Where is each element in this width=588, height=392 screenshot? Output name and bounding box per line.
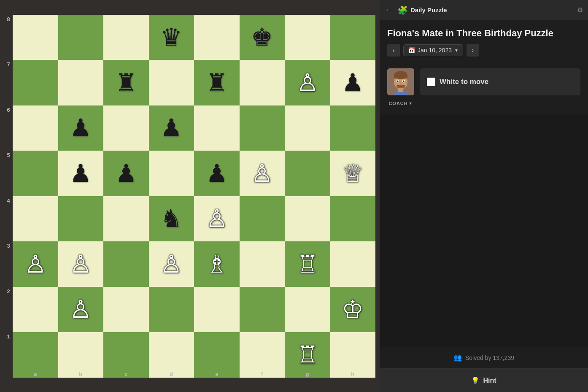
file-b: b — [58, 370, 104, 378]
square-h5[interactable]: ♕ — [330, 151, 376, 196]
file-e: e — [194, 370, 240, 378]
svg-rect-5 — [394, 75, 407, 78]
square-f4[interactable] — [240, 196, 285, 242]
square-b6[interactable]: ♟ — [58, 105, 104, 151]
square-a7[interactable] — [13, 60, 58, 105]
square-e4[interactable]: ♙ — [194, 196, 240, 242]
date-value: Jan 10, 2023 — [418, 47, 452, 54]
right-panel: ⚙ ← 🧩 Daily Puzzle Fiona's Mate in Three… — [380, 0, 588, 392]
piece-white-queen-h5[interactable]: ♕ — [342, 161, 364, 186]
next-date-button[interactable]: › — [467, 44, 479, 57]
piece-white-king-h2[interactable]: ♔ — [342, 297, 364, 322]
piece-white-pawn-d3[interactable]: ♙ — [160, 252, 182, 276]
square-a6[interactable] — [13, 105, 58, 151]
settings-icon[interactable]: ⚙ — [577, 6, 583, 14]
chess-board[interactable]: ♛ ♚ ♜ ♜ — [13, 15, 375, 378]
square-f7[interactable] — [240, 60, 285, 105]
rank-1: 1 — [4, 332, 13, 378]
piece-black-knight-d4[interactable]: ♞ — [160, 206, 182, 231]
piece-white-pawn-b3[interactable]: ♙ — [70, 252, 92, 276]
square-b3[interactable]: ♙ — [58, 241, 104, 287]
piece-white-pawn-g7[interactable]: ♙ — [297, 70, 318, 95]
square-b4[interactable] — [58, 196, 104, 242]
piece-black-pawn-h7[interactable]: ♟ — [342, 70, 364, 95]
piece-white-bishop-e3[interactable]: ♗ — [206, 252, 228, 276]
piece-white-pawn-b2[interactable]: ♙ — [70, 297, 92, 322]
square-d5[interactable] — [149, 151, 194, 196]
square-e8[interactable] — [194, 15, 240, 60]
back-button[interactable]: ← — [385, 5, 392, 14]
piece-black-queen-d8[interactable]: ♛ — [160, 25, 182, 49]
square-c2[interactable] — [103, 287, 149, 333]
square-e2[interactable] — [194, 287, 240, 333]
piece-black-pawn-e5[interactable]: ♟ — [206, 161, 228, 186]
square-g2[interactable] — [285, 287, 330, 333]
square-h7[interactable]: ♟ — [330, 60, 376, 105]
square-h8[interactable] — [330, 15, 376, 60]
square-f8[interactable]: ♚ — [240, 15, 285, 60]
square-h3[interactable] — [330, 241, 376, 287]
square-b5[interactable]: ♟ — [58, 151, 104, 196]
hint-button[interactable]: 💡 Hint — [380, 368, 588, 392]
square-c5[interactable]: ♟ — [103, 151, 149, 196]
piece-black-rook-e7[interactable]: ♜ — [206, 70, 228, 95]
square-d3[interactable]: ♙ — [149, 241, 194, 287]
square-e6[interactable] — [194, 105, 240, 151]
date-selector[interactable]: 📅 Jan 10, 2023 ▼ — [403, 44, 463, 56]
square-e7[interactable]: ♜ — [194, 60, 240, 105]
coach-avatar[interactable] — [387, 68, 414, 95]
square-b7[interactable] — [58, 60, 104, 105]
rank-labels: 8 7 6 5 4 3 2 1 — [4, 15, 13, 378]
square-g7[interactable]: ♙ — [285, 60, 330, 105]
square-g4[interactable] — [285, 196, 330, 242]
svg-rect-11 — [396, 85, 405, 88]
square-b2[interactable]: ♙ — [58, 287, 104, 333]
square-a2[interactable] — [13, 287, 58, 333]
square-d8[interactable]: ♛ — [149, 15, 194, 60]
square-f3[interactable] — [240, 241, 285, 287]
square-c3[interactable] — [103, 241, 149, 287]
square-f6[interactable] — [240, 105, 285, 151]
piece-white-rook-g3[interactable]: ♖ — [297, 252, 318, 276]
piece-black-pawn-b6[interactable]: ♟ — [70, 116, 92, 140]
piece-black-king-f8[interactable]: ♚ — [251, 25, 273, 49]
piece-white-pawn-e4[interactable]: ♙ — [206, 206, 228, 231]
prev-date-button[interactable]: ‹ — [387, 44, 400, 57]
square-h4[interactable] — [330, 196, 376, 242]
panel-title: Daily Puzzle — [410, 6, 447, 14]
square-a3[interactable]: ♙ — [13, 241, 58, 287]
square-e5[interactable]: ♟ — [194, 151, 240, 196]
coach-button[interactable]: COACH ▼ — [394, 97, 407, 110]
square-g6[interactable] — [285, 105, 330, 151]
piece-white-pawn-a3[interactable]: ♙ — [24, 252, 46, 276]
square-g3[interactable]: ♖ — [285, 241, 330, 287]
square-c7[interactable]: ♜ — [103, 60, 149, 105]
piece-black-pawn-c5[interactable]: ♟ — [115, 161, 137, 186]
square-h6[interactable] — [330, 105, 376, 151]
piece-black-pawn-d6[interactable]: ♟ — [160, 116, 182, 140]
square-d4[interactable]: ♞ — [149, 196, 194, 242]
square-b8[interactable] — [58, 15, 104, 60]
square-f2[interactable] — [240, 287, 285, 333]
square-d7[interactable] — [149, 60, 194, 105]
square-c4[interactable] — [103, 196, 149, 242]
square-a8[interactable] — [13, 15, 58, 60]
piece-black-pawn-b5[interactable]: ♟ — [70, 161, 92, 186]
square-e3[interactable]: ♗ — [194, 241, 240, 287]
square-f5[interactable]: ♙ — [240, 151, 285, 196]
file-f: f — [240, 370, 285, 378]
piece-white-pawn-f5[interactable]: ♙ — [251, 161, 273, 186]
square-d6[interactable]: ♟ — [149, 105, 194, 151]
square-d2[interactable] — [149, 287, 194, 333]
square-g5[interactable] — [285, 151, 330, 196]
square-g8[interactable] — [285, 15, 330, 60]
piece-white-rook-g1[interactable]: ♖ — [297, 343, 318, 367]
file-h: h — [330, 370, 376, 378]
square-c8[interactable] — [103, 15, 149, 60]
svg-point-9 — [403, 81, 405, 82]
square-h2[interactable]: ♔ — [330, 287, 376, 333]
square-c6[interactable] — [103, 105, 149, 151]
square-a5[interactable] — [13, 151, 58, 196]
piece-black-rook-c7[interactable]: ♜ — [115, 70, 137, 95]
square-a4[interactable] — [13, 196, 58, 242]
